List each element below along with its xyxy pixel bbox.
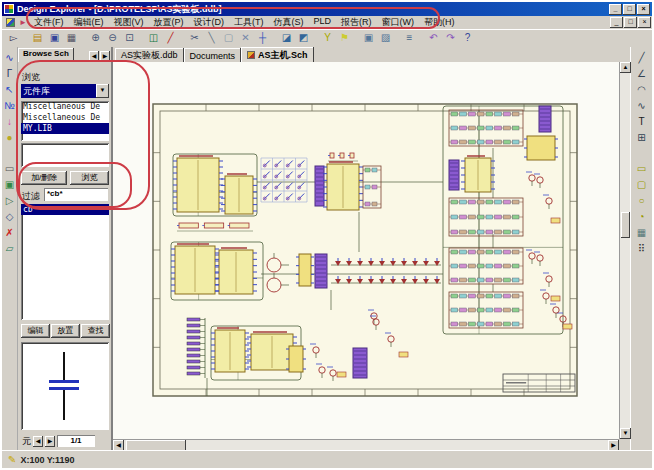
probe-icon[interactable]: Y xyxy=(319,31,336,46)
polyline-tool-icon[interactable]: ∠ xyxy=(634,66,650,82)
netlist-icon[interactable]: ≡ xyxy=(401,31,418,46)
power-port-icon[interactable]: ↓ xyxy=(2,114,18,130)
component-list[interactable]: cb xyxy=(21,204,109,320)
paste-array-icon[interactable]: ⠿ xyxy=(634,241,650,257)
line-tool-icon[interactable]: ╱ xyxy=(634,50,650,66)
run-setup-icon[interactable]: ▨ xyxy=(377,31,394,46)
filter-input[interactable]: *cb* xyxy=(44,188,108,201)
print-icon[interactable]: ▦ xyxy=(63,31,80,46)
library-type-select[interactable]: 元件库 ▼ xyxy=(21,84,109,98)
part-tool-icon[interactable]: ▭ xyxy=(2,161,18,177)
select-rect-icon[interactable]: ▢ xyxy=(220,31,237,46)
sheet-entry-icon[interactable]: ▷ xyxy=(2,193,18,209)
no-erc-icon[interactable]: ✗ xyxy=(2,225,18,241)
pager-next-icon[interactable]: ▶ xyxy=(45,436,55,447)
menu-item-reports[interactable]: 报告(R) xyxy=(336,16,377,29)
port-tool-icon[interactable]: ◇ xyxy=(2,209,18,225)
wire-tool-icon[interactable]: ∿ xyxy=(2,50,18,66)
net-label-icon[interactable]: ↖ xyxy=(2,82,18,98)
component-item[interactable]: cb xyxy=(21,204,109,215)
zoom-document-icon[interactable]: ⊡ xyxy=(121,31,138,46)
flag-icon[interactable]: ⚑ xyxy=(336,31,353,46)
scrollbar-corner xyxy=(619,439,630,450)
ellipse-tool-icon[interactable]: ○ xyxy=(634,193,650,209)
dropdown-arrow-icon[interactable]: ▼ xyxy=(96,84,109,98)
scroll-up-icon[interactable]: ▲ xyxy=(620,62,631,73)
zoom-in-icon[interactable]: ⊕ xyxy=(87,31,104,46)
text-tool-icon[interactable]: T xyxy=(634,114,650,130)
menu-item-view[interactable]: 视图(V) xyxy=(108,16,148,29)
open-icon[interactable]: ▤ xyxy=(29,31,46,46)
preview-pager: 元 ◀ ▶ 1/1 xyxy=(18,434,109,448)
parts-icon[interactable]: ◫ xyxy=(145,31,162,46)
scroll-down-icon[interactable]: ▼ xyxy=(620,428,631,439)
menu-item-pld[interactable]: PLD xyxy=(308,16,336,29)
bezier-tool-icon[interactable]: ∿ xyxy=(634,98,650,114)
menu-item-help[interactable]: 帮助(H) xyxy=(419,16,460,29)
rect-tool-icon[interactable]: ▭ xyxy=(634,161,650,177)
menu-item-edit[interactable]: 编辑(E) xyxy=(68,16,108,29)
tab-workspace[interactable]: AS实验板.ddb xyxy=(115,48,184,62)
library-icon[interactable]: ◪ xyxy=(278,31,295,46)
find-button[interactable]: 查找 xyxy=(81,324,110,338)
wire-icon[interactable]: ╱ xyxy=(162,31,179,46)
save-icon[interactable]: ▣ xyxy=(46,31,63,46)
horizontal-scrollbar[interactable]: ◀ ▶ xyxy=(113,439,619,450)
toolbar-separator xyxy=(271,31,278,46)
library-list[interactable]: Miscellaneous DeMiscellaneous DeMY.LIB xyxy=(21,101,109,141)
sheet-symbol-icon[interactable]: ▣ xyxy=(2,177,18,193)
add-remove-button[interactable]: 加/删除 xyxy=(21,171,67,185)
toolbar-separator xyxy=(312,31,319,46)
menu-item-place[interactable]: 放置(P) xyxy=(148,16,188,29)
pencil-icon[interactable]: ╲ xyxy=(203,31,220,46)
zoom-out-icon[interactable]: ⊖ xyxy=(104,31,121,46)
pager-prev-icon[interactable]: ◀ xyxy=(33,436,43,447)
toolbar-separator xyxy=(138,31,145,46)
browse-sch-tab[interactable]: Browse Sch xyxy=(18,48,74,62)
panel-tab-scroll-left-icon[interactable]: ◀ xyxy=(89,51,99,62)
tab-schematic[interactable]: AS主机.Sch xyxy=(241,47,314,62)
bus-tool-icon[interactable]: Γ xyxy=(2,66,18,82)
close-button[interactable]: × xyxy=(638,17,651,28)
vertical-scroll-thumb[interactable] xyxy=(621,212,630,238)
place-button[interactable]: 放置 xyxy=(51,324,80,338)
deselect-icon[interactable]: ✕ xyxy=(237,31,254,46)
schematic-sheet[interactable] xyxy=(113,62,623,443)
arc-tool-icon[interactable]: ◠ xyxy=(634,82,650,98)
maximize-button[interactable]: □ xyxy=(623,4,636,15)
toolbar-separator xyxy=(22,31,29,46)
menu-item-design[interactable]: 设计(D) xyxy=(188,16,229,29)
menu-item-simulate[interactable]: 仿真(S) xyxy=(268,16,308,29)
round-rect-tool-icon[interactable]: ▢ xyxy=(634,177,650,193)
net-text-icon[interactable]: № xyxy=(2,98,18,114)
pcb-directive-icon[interactable]: ▱ xyxy=(2,241,18,257)
menu-item-file[interactable]: 文件(F) xyxy=(29,16,69,29)
library-item[interactable]: Miscellaneous De xyxy=(21,112,109,123)
pointer-doc-icon[interactable]: ▻ xyxy=(5,31,22,46)
menu-item-tools[interactable]: 工具(T) xyxy=(229,16,269,29)
cutter-icon[interactable]: ✂ xyxy=(186,31,203,46)
panel-tab-scroll-right-icon[interactable]: ▶ xyxy=(100,51,110,62)
move-icon[interactable]: ┼ xyxy=(254,31,271,46)
redo-icon[interactable]: ↷ xyxy=(442,31,459,46)
vertical-scrollbar[interactable]: ▲ ▼ xyxy=(619,62,630,439)
run-icon[interactable]: ▣ xyxy=(360,31,377,46)
undo-icon[interactable]: ↶ xyxy=(425,31,442,46)
minimize-button[interactable]: _ xyxy=(610,17,623,28)
menu-item-window[interactable]: 窗口(W) xyxy=(376,16,419,29)
close-button[interactable]: × xyxy=(637,4,650,15)
browse-button[interactable]: 浏览 xyxy=(70,171,109,185)
text-frame-icon[interactable]: ⊞ xyxy=(634,130,650,146)
schematic-canvas[interactable]: ▲ ▼ ◀ ▶ xyxy=(113,62,630,450)
maximize-button[interactable]: □ xyxy=(624,17,637,28)
help-icon[interactable]: ? xyxy=(459,31,476,46)
tab-documents[interactable]: Documents xyxy=(184,48,242,62)
library-item[interactable]: Miscellaneous De xyxy=(21,101,109,112)
graphic-tool-icon[interactable]: ▦ xyxy=(634,225,650,241)
minimize-button[interactable]: _ xyxy=(609,4,622,15)
pie-tool-icon[interactable]: ◔ xyxy=(634,209,650,225)
library-item[interactable]: MY.LIB xyxy=(21,123,109,134)
junction-icon[interactable]: ● xyxy=(2,130,18,146)
edit-button[interactable]: 编辑 xyxy=(21,324,50,338)
library-manage-icon[interactable]: ◩ xyxy=(295,31,312,46)
